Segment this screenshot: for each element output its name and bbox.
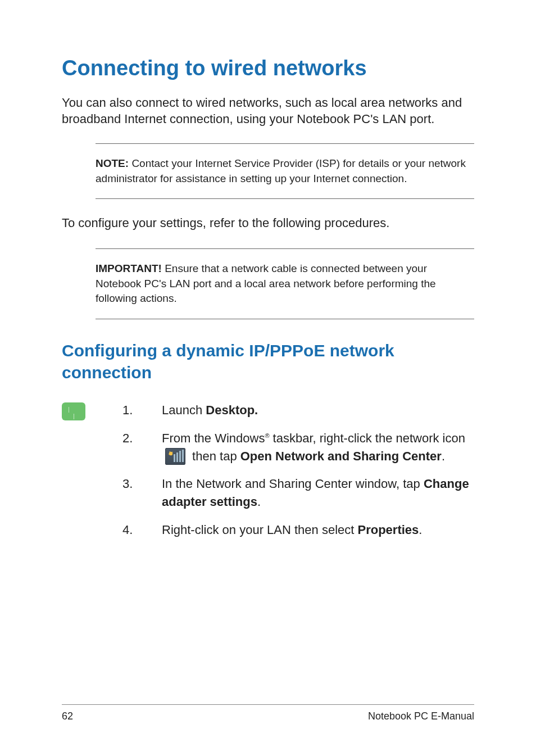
page-title: Connecting to wired networks	[62, 56, 474, 81]
step-bold: Properties	[358, 523, 419, 537]
step-text: In the Network and Sharing Center window…	[162, 477, 424, 491]
step-number: 3.	[122, 475, 162, 511]
step-number: 2.	[122, 429, 162, 465]
step-2: 2. From the Windows® taskbar, right-clic…	[122, 429, 474, 465]
page-number: 62	[62, 710, 73, 722]
step-body: In the Network and Sharing Center window…	[162, 475, 474, 511]
important-text: IMPORTANT! Ensure that a network cable i…	[96, 261, 471, 306]
footer-title: Notebook PC E-Manual	[368, 710, 474, 722]
step-text: taskbar, right-click the network icon	[270, 431, 465, 445]
step-text: .	[419, 523, 422, 537]
important-label: IMPORTANT!	[96, 262, 162, 274]
page-footer: 62 Notebook PC E-Manual	[62, 704, 474, 722]
step-4: 4. Right-click on your LAN then select P…	[122, 521, 474, 539]
step-text: Right-click on your LAN then select	[162, 523, 358, 537]
step-3: 3. In the Network and Sharing Center win…	[122, 475, 474, 511]
step-text: From the Windows	[162, 431, 265, 445]
step-text: .	[257, 495, 261, 509]
step-number: 1.	[122, 401, 162, 419]
touchpad-icon	[62, 402, 85, 420]
svg-rect-1	[174, 454, 175, 462]
note-callout: NOTE: Contact your Internet Service Prov…	[96, 143, 474, 199]
svg-rect-4	[182, 450, 184, 462]
step-body: Right-click on your LAN then select Prop…	[162, 521, 474, 539]
svg-rect-3	[179, 451, 181, 462]
note-body: Contact your Internet Service Provider (…	[96, 157, 466, 184]
configure-lead: To configure your settings, refer to the…	[62, 215, 474, 232]
step-1: 1. Launch Desktop.	[122, 401, 474, 419]
step-text: .	[442, 449, 445, 463]
section-heading: Configuring a dynamic IP/PPPoE network c…	[62, 339, 474, 383]
step-text: then tap	[189, 449, 240, 463]
registered-mark: ®	[265, 432, 269, 439]
step-body: Launch Desktop.	[162, 401, 474, 419]
step-bold: Open Network and Sharing Center	[240, 449, 442, 463]
step-body: From the Windows® taskbar, right-click t…	[162, 429, 474, 465]
note-text: NOTE: Contact your Internet Service Prov…	[96, 156, 471, 186]
step-number: 4.	[122, 521, 162, 539]
important-callout: IMPORTANT! Ensure that a network cable i…	[96, 248, 474, 319]
steps-list: 1. Launch Desktop. 2. From the Windows® …	[122, 401, 474, 549]
svg-rect-2	[176, 452, 178, 462]
step-text: Launch	[162, 403, 206, 417]
note-label: NOTE:	[96, 157, 129, 169]
step-bold: Desktop.	[206, 403, 258, 417]
network-icon	[165, 448, 185, 465]
intro-paragraph: You can also connect to wired networks, …	[62, 94, 474, 128]
